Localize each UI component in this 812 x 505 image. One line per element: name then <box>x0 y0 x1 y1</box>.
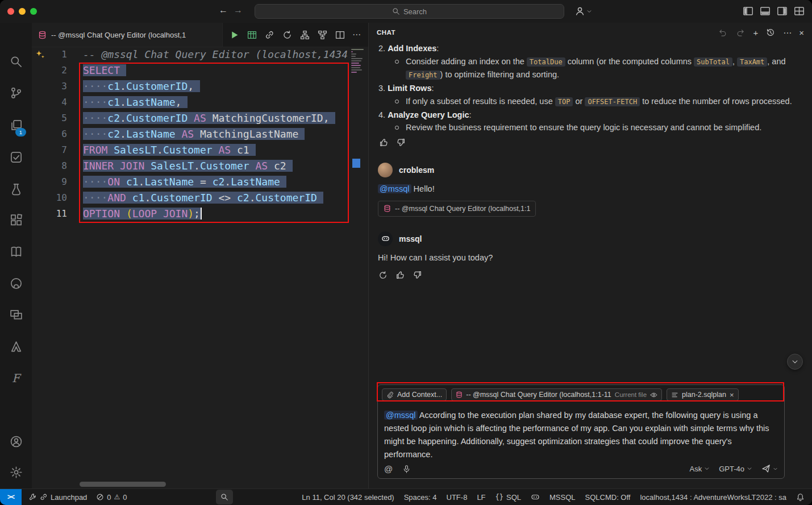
tab-bar: -- @mssql Chat Query Editor (localhost,1… <box>32 23 368 47</box>
code-line[interactable]: 7FROM SalesLT.Customer AS c1 <box>32 142 368 158</box>
chat-more-button[interactable]: ⋯ <box>783 28 792 37</box>
code-line[interactable]: 6····c2.LastName AS MatchingLastName <box>32 126 368 142</box>
thumbs-down-button[interactable] <box>395 138 406 148</box>
chat-undo-button[interactable] <box>718 27 728 38</box>
mention-chip[interactable]: @mssql <box>378 184 411 193</box>
back-button[interactable]: ← <box>217 5 230 15</box>
line-number: 5 <box>32 110 67 126</box>
database-icon <box>384 205 391 212</box>
regenerate-button[interactable] <box>378 270 388 280</box>
sidebar-item-github[interactable] <box>0 271 32 296</box>
thumbs-up-button[interactable] <box>395 270 405 280</box>
code-line[interactable]: 4····c1.LastName, <box>32 94 368 110</box>
sidebar-item-source-control[interactable] <box>0 80 32 105</box>
command-center-search[interactable]: Search <box>255 4 564 19</box>
account-menu-button[interactable] <box>574 6 592 16</box>
eol-item[interactable]: LF <box>477 493 485 502</box>
toggle-primary-sidebar-button[interactable] <box>743 6 753 16</box>
code-line[interactable]: 1-- @mssql Chat Query Editor (localhost,… <box>32 47 368 63</box>
minimize-window-button[interactable] <box>19 8 26 15</box>
thumbs-down-button[interactable] <box>412 270 422 280</box>
language-item[interactable]: {} SQL <box>495 493 521 502</box>
mention-chip[interactable]: @mssql <box>384 411 418 420</box>
copilot-sparkle-icon[interactable] <box>35 49 45 65</box>
estimated-plan-button[interactable] <box>299 30 310 40</box>
mssql-item[interactable]: MSSQL <box>549 493 576 502</box>
run-query-button[interactable] <box>229 30 239 40</box>
model-picker[interactable]: GPT-4o <box>719 465 752 473</box>
message-feedback-row <box>378 138 812 148</box>
encoding-item[interactable]: UTF-8 <box>447 493 468 502</box>
sidebar-item-extensions[interactable] <box>0 208 32 233</box>
sidebar-item-remote-explorer[interactable] <box>0 302 32 327</box>
zoom-indicator[interactable] <box>216 490 233 504</box>
remote-indicator[interactable]: >< <box>0 489 22 505</box>
chat-conversation[interactable]: 2. Add Indexes:Consider adding an index … <box>369 42 812 383</box>
chat-input-box[interactable]: Add Context... -- @mssql Chat Query Edit… <box>377 384 785 479</box>
user-attachment-pill[interactable]: -- @mssql Chat Query Editor (localhost,1… <box>378 201 536 217</box>
sidebar-item-search[interactable] <box>0 49 32 74</box>
bullet-list-item: Review the business requirement to ensur… <box>378 121 797 134</box>
sqlcmd-item[interactable]: SQLCMD: Off <box>585 493 631 502</box>
results-grid-button[interactable] <box>247 30 257 40</box>
remove-context-button[interactable]: × <box>730 391 734 399</box>
indentation-item[interactable]: Spaces: 4 <box>404 493 437 502</box>
cursor-position-item[interactable]: Ln 11, Col 20 (342 selected) <box>302 493 394 502</box>
more-actions-button[interactable]: ⋯ <box>352 30 361 40</box>
new-chat-button[interactable]: + <box>753 28 758 37</box>
customize-layout-button[interactable] <box>794 6 805 16</box>
tab-chat-query-editor[interactable]: -- @mssql Chat Query Editor (localhost,1 <box>32 23 223 47</box>
minimap[interactable] <box>349 47 368 489</box>
sidebar-item-run-debug[interactable] <box>0 176 32 201</box>
forward-button[interactable]: → <box>232 5 244 15</box>
close-window-button[interactable] <box>7 8 14 15</box>
code-line[interactable]: 11OPTION (LOOP JOIN); <box>32 206 368 222</box>
notifications-button[interactable] <box>796 493 805 502</box>
eye-icon[interactable] <box>650 391 657 399</box>
chat-close-button[interactable]: × <box>799 28 804 37</box>
chat-redo-button[interactable] <box>735 27 746 38</box>
current-file-hint: Current file <box>615 391 647 398</box>
code-line[interactable]: 3····c1.CustomerID, <box>32 78 368 94</box>
query-plan-button[interactable] <box>317 30 327 40</box>
code-line[interactable]: 2SELECT <box>32 63 368 78</box>
add-context-button[interactable]: Add Context... <box>382 388 447 401</box>
mode-picker[interactable]: Ask <box>690 465 710 473</box>
editor-actions: ⋯ <box>223 23 361 47</box>
account-button[interactable] <box>0 429 32 454</box>
change-connection-button[interactable] <box>282 30 292 40</box>
context-file-pill[interactable]: -- @mssql Chat Query Editor (localhost,1… <box>451 388 662 401</box>
thumbs-up-button[interactable] <box>378 138 389 148</box>
problems-item[interactable]: 0 ⚠ 0 <box>96 493 127 502</box>
code-line[interactable]: 8INNER JOIN SalesLT.Customer AS c2 <box>32 158 368 174</box>
split-editor-button[interactable] <box>335 30 345 40</box>
code-line[interactable]: 9····ON c1.LastName = c2.LastName <box>32 174 368 190</box>
connection-button[interactable] <box>264 30 274 40</box>
chat-history-button[interactable] <box>765 27 776 38</box>
activity-bar: 1 F <box>0 23 32 489</box>
toggle-panel-button[interactable] <box>760 6 771 16</box>
context-plan-pill[interactable]: plan-2.sqlplan × <box>667 388 738 401</box>
chat-input-text[interactable]: @mssql According to the execution plan s… <box>378 404 784 461</box>
line-number: 6 <box>32 126 67 142</box>
maximize-window-button[interactable] <box>30 8 37 15</box>
horizontal-scrollbar[interactable] <box>80 482 166 487</box>
copilot-status-item[interactable] <box>531 492 540 502</box>
sidebar-item-testing[interactable] <box>0 144 32 169</box>
scroll-to-bottom-button[interactable] <box>787 354 803 370</box>
settings-button[interactable] <box>0 460 32 485</box>
toggle-secondary-sidebar-button[interactable] <box>777 6 788 16</box>
send-button[interactable] <box>761 464 778 473</box>
code-editor[interactable]: 1-- @mssql Chat Query Editor (localhost,… <box>32 47 368 489</box>
mention-button[interactable]: @ <box>384 464 393 474</box>
sidebar-item-docs[interactable] <box>0 239 32 264</box>
code-line[interactable]: 10····AND c1.CustomerID <> c2.CustomerID <box>32 190 368 206</box>
voice-input-button[interactable] <box>401 463 411 474</box>
sidebar-item-references[interactable]: 1 <box>0 113 32 138</box>
line-content: SELECT <box>67 63 126 78</box>
connection-item[interactable]: localhost,1434 : AdventureWorksLT2022 : … <box>640 493 786 502</box>
code-line[interactable]: 5····c2.CustomerID AS MatchingCustomerID… <box>32 110 368 126</box>
launchpad-item[interactable]: Launchpad <box>29 493 87 502</box>
sidebar-item-database-projects[interactable]: F <box>0 366 32 391</box>
sidebar-item-azure[interactable] <box>0 334 32 359</box>
